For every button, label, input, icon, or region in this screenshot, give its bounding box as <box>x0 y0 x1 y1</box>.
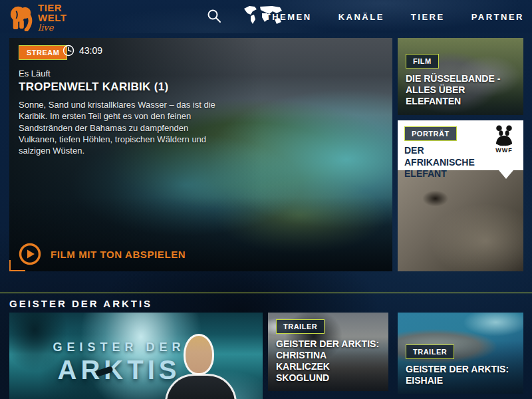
elephant-logo-icon <box>9 3 35 31</box>
now-playing-label: Es Läuft <box>19 68 51 78</box>
poster-title-line1: GEISTER DER <box>29 340 209 354</box>
hero-stream[interactable]: STREAM 43:09 Es Läuft TROPENWELT KARIBIK… <box>9 38 392 271</box>
hero-description: Sonne, Sand und kristallklares Wasser – … <box>19 99 226 156</box>
film-badge: FILM <box>406 54 439 68</box>
search-button[interactable] <box>203 7 225 27</box>
nav-item-tiere[interactable]: TIERE <box>411 12 445 22</box>
nav-item-kanaele[interactable]: KANÄLE <box>338 12 384 22</box>
side-card-title: DIE RÜSSELBANDE - ALLES ÜBER ELEFANTEN <box>406 73 515 107</box>
trailer-card-title: GEISTER DER ARKTIS: EISHAIE <box>406 364 515 386</box>
trailer-card-title: GEISTER DER ARKTIS: CHRISTINA KARLICZEK … <box>276 338 380 384</box>
trailer-badge: TRAILER <box>276 319 325 334</box>
trailer-badge: TRAILER <box>406 344 454 359</box>
search-icon <box>206 8 222 24</box>
play-with-sound-button[interactable]: FILM MIT TON ABSPIELEN <box>19 243 186 265</box>
side-card-portraet-elefant[interactable]: PORTRÄT DER AFRIKANISCHE ELEFANT WWF <box>398 120 523 271</box>
portraet-badge: PORTRÄT <box>404 126 457 141</box>
page: TIER WELT live THEMEN KANÄLE TIERE <box>0 0 532 399</box>
logo-text: TIER WELT live <box>38 3 66 32</box>
presenter-head <box>184 334 214 375</box>
side-card-film-elefanten[interactable]: FILM DIE RÜSSELBANDE - ALLES ÜBER ELEFAN… <box>398 38 523 115</box>
top-nav-bar: TIER WELT live THEMEN KANÄLE TIERE <box>0 0 532 33</box>
play-button-label: FILM MIT TON ABSPIELEN <box>51 249 186 260</box>
elephant-eye-photo <box>398 170 523 271</box>
section-heading: GEISTER DER ARKTIS <box>9 298 152 309</box>
clock-icon <box>63 45 74 57</box>
duration-display: 43:09 <box>63 45 102 57</box>
wwf-panda-icon <box>493 125 515 146</box>
logo-word-live: live <box>38 23 66 32</box>
trailer-card-christina[interactable]: TRAILER GEISTER DER ARKTIS: CHRISTINA KA… <box>268 313 388 391</box>
logo[interactable]: TIER WELT live <box>9 3 66 32</box>
main-nav: THEMEN KANÄLE TIERE PARTNER <box>265 0 524 33</box>
logo-word-2: WELT <box>38 13 66 23</box>
portrait-card-title: DER AFRIKANISCHE ELEFANT <box>404 145 491 180</box>
logo-word-1: TIER <box>38 3 66 13</box>
hero-title: TROPENWELT KARIBIK (1) <box>19 80 168 94</box>
portrait-card-header: PORTRÄT DER AFRIKANISCHE ELEFANT WWF <box>398 120 523 170</box>
wwf-logo: WWF <box>490 125 518 154</box>
wwf-label: WWF <box>495 147 513 154</box>
nav-item-partner[interactable]: PARTNER <box>471 12 524 22</box>
section-divider <box>0 293 532 293</box>
trailer-card-eishaie[interactable]: TRAILER GEISTER DER ARKTIS: EISHAIE <box>398 313 523 394</box>
card-pointer-decoration <box>499 170 513 179</box>
stream-badge: STREAM <box>19 45 67 60</box>
duration-value: 43:09 <box>79 45 102 56</box>
nav-item-themen[interactable]: THEMEN <box>265 12 312 22</box>
arktis-poster-card[interactable]: GEISTER DER ARKTIS <box>9 313 263 399</box>
corner-bracket-decoration <box>9 260 25 271</box>
